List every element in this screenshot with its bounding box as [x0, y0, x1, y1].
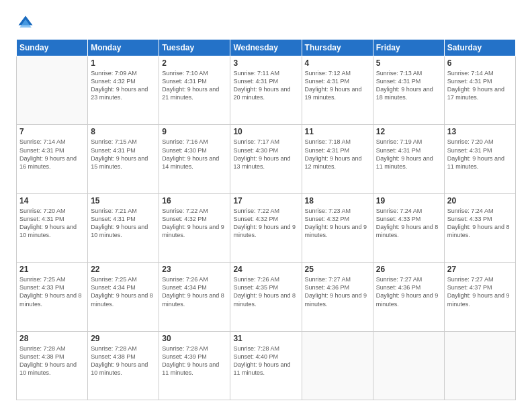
calendar-cell: 9Sunrise: 7:16 AMSunset: 4:30 PMDaylight…: [159, 125, 230, 193]
calendar-cell: [373, 331, 444, 400]
weekday-header-thursday: Thursday: [302, 40, 373, 56]
day-detail: Sunrise: 7:24 AMSunset: 4:33 PMDaylight:…: [376, 207, 441, 240]
calendar-cell: [17, 56, 88, 125]
calendar-cell: 8Sunrise: 7:15 AMSunset: 4:31 PMDaylight…: [88, 125, 159, 193]
day-number: 23: [162, 265, 227, 274]
day-number: 12: [376, 127, 441, 136]
calendar-cell: 31Sunrise: 7:28 AMSunset: 4:40 PMDayligh…: [230, 331, 302, 400]
day-number: 8: [91, 127, 156, 136]
day-number: 21: [19, 265, 85, 274]
logo: [16, 13, 38, 32]
day-number: 14: [19, 196, 85, 205]
calendar-cell: [444, 331, 515, 400]
weekday-header-sunday: Sunday: [17, 40, 88, 56]
calendar-cell: 23Sunrise: 7:26 AMSunset: 4:34 PMDayligh…: [159, 263, 230, 331]
page: SundayMondayTuesdayWednesdayThursdayFrid…: [0, 0, 532, 411]
day-detail: Sunrise: 7:28 AMSunset: 4:40 PMDaylight:…: [233, 345, 298, 377]
calendar-cell: 28Sunrise: 7:28 AMSunset: 4:38 PMDayligh…: [17, 331, 88, 400]
calendar-week-2: 7Sunrise: 7:14 AMSunset: 4:31 PMDaylight…: [17, 125, 516, 193]
day-detail: Sunrise: 7:20 AMSunset: 4:31 PMDaylight:…: [19, 207, 85, 240]
day-detail: Sunrise: 7:18 AMSunset: 4:31 PMDaylight:…: [305, 138, 370, 171]
day-detail: Sunrise: 7:27 AMSunset: 4:36 PMDaylight:…: [305, 275, 370, 308]
header: [16, 13, 516, 32]
day-detail: Sunrise: 7:14 AMSunset: 4:31 PMDaylight:…: [447, 69, 513, 102]
day-number: 3: [233, 58, 298, 68]
calendar-cell: 22Sunrise: 7:25 AMSunset: 4:34 PMDayligh…: [88, 263, 159, 331]
calendar-cell: 14Sunrise: 7:20 AMSunset: 4:31 PMDayligh…: [17, 193, 88, 262]
calendar-cell: 21Sunrise: 7:25 AMSunset: 4:33 PMDayligh…: [17, 263, 88, 331]
weekday-header-monday: Monday: [88, 40, 159, 56]
day-number: 16: [162, 196, 227, 205]
day-number: 30: [162, 334, 227, 343]
day-number: 9: [162, 127, 227, 136]
day-number: 27: [447, 265, 513, 274]
calendar-header: SundayMondayTuesdayWednesdayThursdayFrid…: [17, 40, 516, 56]
day-detail: Sunrise: 7:16 AMSunset: 4:30 PMDaylight:…: [162, 138, 227, 171]
day-detail: Sunrise: 7:28 AMSunset: 4:39 PMDaylight:…: [162, 345, 227, 377]
calendar-cell: 30Sunrise: 7:28 AMSunset: 4:39 PMDayligh…: [159, 331, 230, 400]
day-detail: Sunrise: 7:22 AMSunset: 4:32 PMDaylight:…: [233, 207, 298, 240]
calendar-cell: 18Sunrise: 7:23 AMSunset: 4:32 PMDayligh…: [302, 193, 373, 262]
weekday-header-friday: Friday: [373, 40, 444, 56]
calendar-week-4: 21Sunrise: 7:25 AMSunset: 4:33 PMDayligh…: [17, 263, 516, 331]
calendar-cell: 4Sunrise: 7:12 AMSunset: 4:31 PMDaylight…: [302, 56, 373, 125]
day-number: 20: [447, 196, 513, 205]
day-detail: Sunrise: 7:12 AMSunset: 4:31 PMDaylight:…: [305, 69, 370, 102]
day-detail: Sunrise: 7:27 AMSunset: 4:37 PMDaylight:…: [447, 275, 513, 308]
calendar-cell: 13Sunrise: 7:20 AMSunset: 4:31 PMDayligh…: [444, 125, 515, 193]
day-detail: Sunrise: 7:21 AMSunset: 4:31 PMDaylight:…: [91, 207, 156, 240]
weekday-row: SundayMondayTuesdayWednesdayThursdayFrid…: [17, 40, 516, 56]
day-detail: Sunrise: 7:14 AMSunset: 4:31 PMDaylight:…: [19, 138, 85, 171]
day-number: 15: [91, 196, 156, 205]
day-number: 10: [233, 127, 298, 136]
day-number: 17: [233, 196, 298, 205]
calendar-cell: 1Sunrise: 7:09 AMSunset: 4:32 PMDaylight…: [88, 56, 159, 125]
day-detail: Sunrise: 7:27 AMSunset: 4:36 PMDaylight:…: [376, 275, 441, 308]
day-number: 18: [305, 196, 370, 205]
day-number: 31: [233, 334, 298, 343]
calendar-cell: 25Sunrise: 7:27 AMSunset: 4:36 PMDayligh…: [302, 263, 373, 331]
day-detail: Sunrise: 7:17 AMSunset: 4:30 PMDaylight:…: [233, 138, 298, 171]
weekday-header-saturday: Saturday: [444, 40, 515, 56]
day-detail: Sunrise: 7:23 AMSunset: 4:32 PMDaylight:…: [305, 207, 370, 240]
calendar-cell: 3Sunrise: 7:11 AMSunset: 4:31 PMDaylight…: [230, 56, 302, 125]
calendar-cell: 10Sunrise: 7:17 AMSunset: 4:30 PMDayligh…: [230, 125, 302, 193]
calendar-cell: 5Sunrise: 7:13 AMSunset: 4:31 PMDaylight…: [373, 56, 444, 125]
calendar-cell: 15Sunrise: 7:21 AMSunset: 4:31 PMDayligh…: [88, 193, 159, 262]
day-number: 26: [376, 265, 441, 274]
calendar-week-1: 1Sunrise: 7:09 AMSunset: 4:32 PMDaylight…: [17, 56, 516, 125]
calendar-cell: 19Sunrise: 7:24 AMSunset: 4:33 PMDayligh…: [373, 193, 444, 262]
calendar-cell: 11Sunrise: 7:18 AMSunset: 4:31 PMDayligh…: [302, 125, 373, 193]
day-detail: Sunrise: 7:13 AMSunset: 4:31 PMDaylight:…: [376, 69, 441, 102]
calendar-cell: 6Sunrise: 7:14 AMSunset: 4:31 PMDaylight…: [444, 56, 515, 125]
day-detail: Sunrise: 7:10 AMSunset: 4:31 PMDaylight:…: [162, 69, 227, 102]
calendar-cell: 7Sunrise: 7:14 AMSunset: 4:31 PMDaylight…: [17, 125, 88, 193]
calendar-cell: 17Sunrise: 7:22 AMSunset: 4:32 PMDayligh…: [230, 193, 302, 262]
calendar-cell: 26Sunrise: 7:27 AMSunset: 4:36 PMDayligh…: [373, 263, 444, 331]
day-detail: Sunrise: 7:19 AMSunset: 4:31 PMDaylight:…: [376, 138, 441, 171]
calendar-week-3: 14Sunrise: 7:20 AMSunset: 4:31 PMDayligh…: [17, 193, 516, 262]
calendar-cell: 27Sunrise: 7:27 AMSunset: 4:37 PMDayligh…: [444, 263, 515, 331]
day-number: 19: [376, 196, 441, 205]
calendar-cell: 29Sunrise: 7:28 AMSunset: 4:38 PMDayligh…: [88, 331, 159, 400]
day-number: 5: [376, 58, 441, 68]
day-number: 25: [305, 265, 370, 274]
day-number: 24: [233, 265, 298, 274]
calendar-cell: 16Sunrise: 7:22 AMSunset: 4:32 PMDayligh…: [159, 193, 230, 262]
day-number: 4: [305, 58, 370, 68]
day-detail: Sunrise: 7:24 AMSunset: 4:33 PMDaylight:…: [447, 207, 513, 240]
weekday-header-wednesday: Wednesday: [230, 40, 302, 56]
calendar-cell: 2Sunrise: 7:10 AMSunset: 4:31 PMDaylight…: [159, 56, 230, 125]
calendar-cell: [302, 331, 373, 400]
day-number: 2: [162, 58, 227, 68]
day-detail: Sunrise: 7:25 AMSunset: 4:34 PMDaylight:…: [91, 275, 156, 308]
day-number: 6: [447, 58, 513, 68]
day-detail: Sunrise: 7:22 AMSunset: 4:32 PMDaylight:…: [162, 207, 227, 240]
day-detail: Sunrise: 7:28 AMSunset: 4:38 PMDaylight:…: [19, 345, 85, 377]
day-detail: Sunrise: 7:11 AMSunset: 4:31 PMDaylight:…: [233, 69, 298, 102]
calendar-body: 1Sunrise: 7:09 AMSunset: 4:32 PMDaylight…: [17, 56, 516, 400]
day-number: 29: [91, 334, 156, 343]
calendar-cell: 12Sunrise: 7:19 AMSunset: 4:31 PMDayligh…: [373, 125, 444, 193]
day-detail: Sunrise: 7:26 AMSunset: 4:34 PMDaylight:…: [162, 275, 227, 308]
day-number: 22: [91, 265, 156, 274]
